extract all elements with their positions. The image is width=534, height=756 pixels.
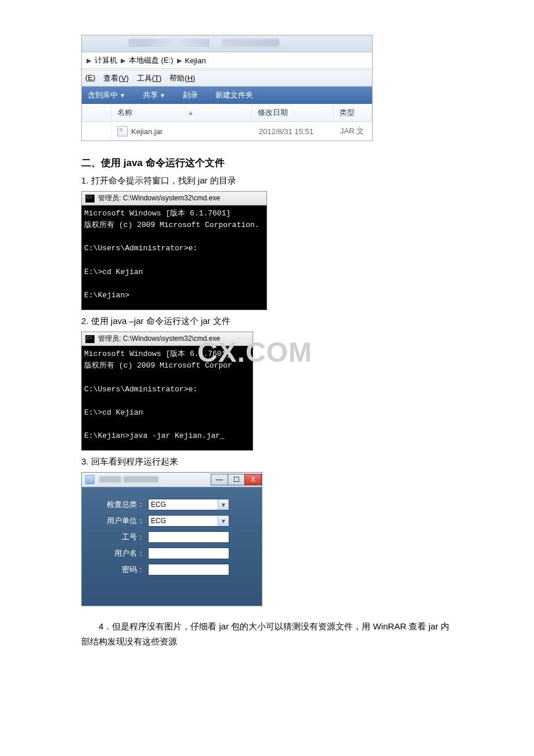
explorer-titlebar <box>82 35 372 52</box>
login-titlebar: — ☐ X <box>82 473 262 487</box>
step-text: 1. 打开命令提示符窗口，找到 jar 的目录 <box>81 175 453 186</box>
combo-userorg[interactable]: ECG ▼ <box>148 515 229 527</box>
breadcrumb-seg[interactable]: Kejian <box>185 56 206 65</box>
maximize-button[interactable]: ☐ <box>228 474 245 485</box>
menu-tools[interactable]: 工具(T) <box>137 73 162 84</box>
chevron-down-icon[interactable]: ▼ <box>218 499 229 510</box>
explorer-menubar: (E) 查看(V) 工具(T) 帮助(H) <box>82 71 372 87</box>
sort-asc-icon: ▲ <box>136 109 246 116</box>
input-username[interactable] <box>148 548 229 559</box>
column-name[interactable]: 名称 ▲ <box>111 104 252 121</box>
input-workid[interactable] <box>148 531 229 543</box>
toolbar-burn[interactable]: 刻录 <box>183 90 198 100</box>
column-date[interactable]: 修改日期 <box>252 104 334 121</box>
app-icon <box>85 475 95 484</box>
chevron-right-icon: ▶ <box>177 57 182 64</box>
combo-checktype[interactable]: ECG ▼ <box>148 499 229 510</box>
toolbar-newfolder[interactable]: 新建文件夹 <box>215 90 253 100</box>
login-window: — ☐ X 检查总类： ECG ▼ 用户单位： ECG ▼ 工号 <box>81 472 262 606</box>
terminal-body[interactable]: Microsoft Windows [版本 6.1.7601] 版权所有 (c)… <box>81 346 253 451</box>
cmd-icon <box>85 335 95 343</box>
explorer-toolbar: 含到库中▼ 共享▼ 刻录 新建文件夹 <box>82 87 372 104</box>
table-row[interactable]: Kejian.jar 2012/8/31 15:51 JAR 文 <box>82 122 372 141</box>
file-date: 2012/8/31 15:51 <box>253 127 334 136</box>
breadcrumb-seg[interactable]: 本地磁盘 (E:) <box>129 55 174 66</box>
step-text: 4．但是程序没有图片，仔细看 jar 包的大小可以猜测没有资源文件，用 WinR… <box>81 619 453 649</box>
menu-view[interactable]: 查看(V) <box>103 73 128 84</box>
label-checktype: 检查总类： <box>93 499 148 510</box>
terminal-window: 管理员: C:\Windows\system32\cmd.exe Microso… <box>81 332 253 451</box>
terminal-title-text: 管理员: C:\Windows\system32\cmd.exe <box>98 334 220 344</box>
jar-file-icon <box>117 126 128 136</box>
close-button[interactable]: X <box>244 474 262 485</box>
breadcrumb[interactable]: ▶ 计算机 ▶ 本地磁盘 (E:) ▶ Kejian <box>82 52 372 69</box>
section-heading: 二、使用 java 命令运行这个文件 <box>81 156 453 170</box>
terminal-window: 管理员: C:\Windows\system32\cmd.exe Microso… <box>81 191 267 310</box>
chevron-right-icon: ▶ <box>121 57 125 64</box>
breadcrumb-seg[interactable]: 计算机 <box>95 55 117 66</box>
file-type: JAR 文 <box>334 126 372 136</box>
terminal-titlebar: 管理员: C:\Windows\system32\cmd.exe <box>81 191 267 206</box>
label-username: 用户名： <box>93 548 148 559</box>
label-userorg: 用户单位： <box>93 516 148 526</box>
label-workid: 工号： <box>93 532 148 542</box>
chevron-down-icon[interactable]: ▼ <box>218 516 229 526</box>
document-body: ▶ 计算机 ▶ 本地磁盘 (E:) ▶ Kejian (E) 查看(V) 工具(… <box>23 23 511 665</box>
step-text: 2. 使用 java –jar 命令运行这个 jar 文件 <box>81 316 453 327</box>
toolbar-include[interactable]: 含到库中▼ <box>88 90 125 100</box>
file-name: Kejian.jar <box>131 127 163 136</box>
toolbar-share[interactable]: 共享▼ <box>143 90 165 100</box>
menu-edit-frag[interactable]: (E) <box>85 73 95 84</box>
cmd-icon <box>85 195 95 203</box>
terminal-title-text: 管理员: C:\Windows\system32\cmd.exe <box>98 193 220 203</box>
step-text: 3. 回车看到程序运行起来 <box>81 456 453 467</box>
column-type[interactable]: 类型 <box>334 104 372 121</box>
explorer-window: ▶ 计算机 ▶ 本地磁盘 (E:) ▶ Kejian (E) 查看(V) 工具(… <box>81 35 373 141</box>
terminal-body[interactable]: Microsoft Windows [版本 6.1.7601] 版权所有 (c)… <box>81 206 267 310</box>
input-password[interactable] <box>148 564 229 575</box>
login-title-blurred <box>99 474 207 485</box>
minimize-button[interactable]: — <box>211 474 228 485</box>
chevron-right-icon: ▶ <box>86 57 91 64</box>
terminal-titlebar: 管理员: C:\Windows\system32\cmd.exe <box>81 332 253 346</box>
label-password: 密码： <box>93 564 148 575</box>
menu-help[interactable]: 帮助(H) <box>169 73 195 84</box>
combo-value: ECG <box>151 501 166 509</box>
explorer-columns: 名称 ▲ 修改日期 类型 <box>82 104 372 122</box>
combo-value: ECG <box>151 517 166 525</box>
